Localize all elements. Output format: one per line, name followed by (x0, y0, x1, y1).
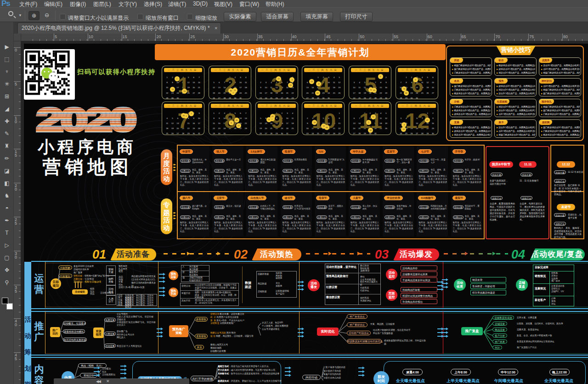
svg-text:2020: 2020 (37, 105, 135, 134)
